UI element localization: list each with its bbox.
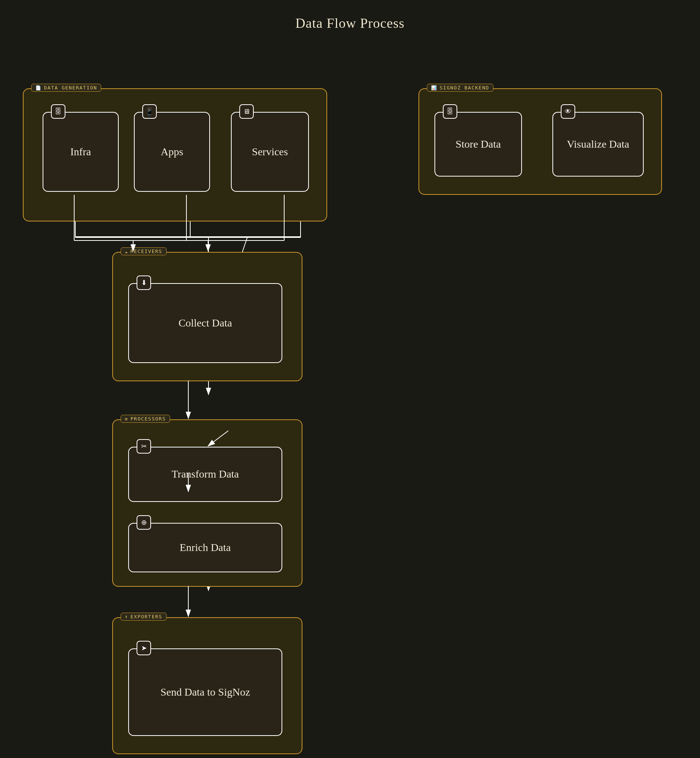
store-data-label: Store Data [456,137,501,151]
services-node: 🖥 Services [231,112,309,192]
exporters-label: ⬆ EXPORTERS [121,613,167,621]
transform-data-icon: ✂ [137,439,151,454]
apps-label: Apps [161,145,183,159]
send-data-icon: ➤ [137,641,151,655]
services-icon: 🖥 [239,104,254,119]
apps-icon: 📱 [142,104,157,119]
transform-data-label: Transform Data [172,467,239,481]
enrich-data-node: ⊕ Enrich Data [128,523,282,572]
exporters-group: ⬆ EXPORTERS ➤ Send Data to SigNoz [112,617,302,754]
infra-node: 🗄 Infra [43,112,119,192]
signoz-backend-label: 📊 SIGNOZ BACKEND [427,84,493,92]
collect-data-node: ⬇ Collect Data [128,283,282,363]
infra-icon: 🗄 [51,104,65,119]
send-data-label: Send Data to SigNoz [161,685,250,699]
signoz-backend-group: 📊 SIGNOZ BACKEND 🗄 Store Data 👁 Visualiz… [418,88,662,195]
store-data-node: 🗄 Store Data [434,112,522,177]
receivers-group: ☁ RECEIVERS ⬇ Collect Data [112,252,302,381]
data-generation-label: 📄 DATA GENERATION [31,84,101,92]
visualize-data-label: Visualize Data [567,137,629,151]
enrich-data-icon: ⊕ [137,515,151,530]
apps-node: 📱 Apps [134,112,210,192]
collect-data-label: Collect Data [178,316,232,330]
infra-label: Infra [70,145,91,159]
processors-label: ⚙ PROCESSORS [121,415,170,423]
services-label: Services [252,145,288,159]
store-data-icon: 🗄 [443,104,457,119]
collect-data-icon: ⬇ [137,275,151,290]
receivers-label: ☁ RECEIVERS [121,247,167,255]
send-data-node: ➤ Send Data to SigNoz [128,648,282,736]
visualize-data-icon: 👁 [561,104,575,119]
enrich-data-label: Enrich Data [180,541,231,554]
transform-data-node: ✂ Transform Data [128,447,282,502]
visualize-data-node: 👁 Visualize Data [552,112,644,177]
page-title: Data Flow Process [0,0,700,50]
data-generation-group: 📄 DATA GENERATION 🗄 Infra 📱 Apps 🖥 Servi… [23,88,327,221]
processors-group: ⚙ PROCESSORS ✂ Transform Data ⊕ Enrich D… [112,419,302,587]
